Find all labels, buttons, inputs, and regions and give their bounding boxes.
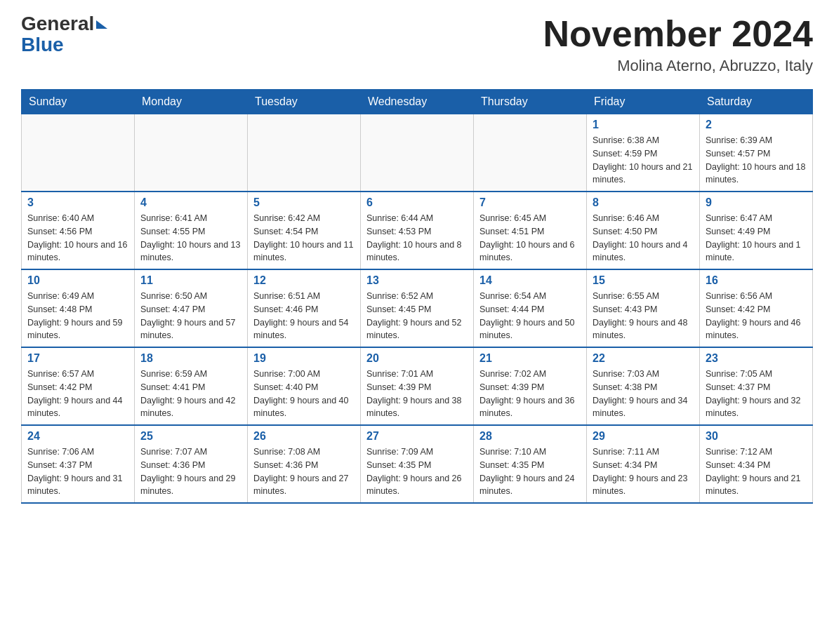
day-info: Sunrise: 7:07 AMSunset: 4:36 PMDaylight:… (140, 445, 241, 498)
calendar-cell: 17Sunrise: 6:57 AMSunset: 4:42 PMDayligh… (22, 347, 135, 425)
calendar-week-row: 3Sunrise: 6:40 AMSunset: 4:56 PMDaylight… (22, 192, 813, 269)
day-of-week-header: Thursday (474, 90, 587, 114)
title-section: November 2024 Molina Aterno, Abruzzo, It… (543, 14, 813, 75)
day-number: 17 (27, 352, 128, 365)
day-info: Sunrise: 6:49 AMSunset: 4:48 PMDaylight:… (27, 290, 128, 342)
day-number: 10 (27, 274, 128, 287)
calendar-cell: 19Sunrise: 7:00 AMSunset: 4:40 PMDayligh… (248, 347, 361, 425)
day-number: 22 (593, 352, 694, 365)
day-number: 23 (706, 352, 807, 365)
day-info: Sunrise: 6:45 AMSunset: 4:51 PMDaylight:… (479, 212, 581, 264)
day-number: 25 (140, 430, 241, 443)
day-info: Sunrise: 6:47 AMSunset: 4:49 PMDaylight:… (706, 212, 807, 264)
calendar-cell: 26Sunrise: 7:08 AMSunset: 4:36 PMDayligh… (248, 425, 361, 503)
day-number: 8 (593, 196, 694, 209)
day-number: 21 (479, 352, 581, 365)
day-info: Sunrise: 7:00 AMSunset: 4:40 PMDaylight:… (253, 368, 355, 420)
day-number: 27 (366, 430, 468, 443)
calendar-week-row: 10Sunrise: 6:49 AMSunset: 4:48 PMDayligh… (22, 269, 813, 347)
day-info: Sunrise: 6:40 AMSunset: 4:56 PMDaylight:… (27, 212, 128, 264)
day-number: 15 (593, 274, 694, 287)
day-info: Sunrise: 7:08 AMSunset: 4:36 PMDaylight:… (253, 445, 355, 498)
calendar-cell: 9Sunrise: 6:47 AMSunset: 4:49 PMDaylight… (700, 192, 813, 269)
calendar-cell: 24Sunrise: 7:06 AMSunset: 4:37 PMDayligh… (22, 425, 135, 503)
day-number: 7 (479, 196, 581, 209)
day-number: 16 (706, 274, 807, 287)
day-info: Sunrise: 6:57 AMSunset: 4:42 PMDaylight:… (27, 368, 128, 420)
calendar-body: 1Sunrise: 6:38 AMSunset: 4:59 PMDaylight… (22, 114, 813, 504)
calendar-cell: 10Sunrise: 6:49 AMSunset: 4:48 PMDayligh… (22, 269, 135, 347)
day-info: Sunrise: 6:46 AMSunset: 4:50 PMDaylight:… (593, 212, 694, 264)
day-info: Sunrise: 6:54 AMSunset: 4:44 PMDaylight:… (479, 290, 581, 342)
calendar-cell: 20Sunrise: 7:01 AMSunset: 4:39 PMDayligh… (361, 347, 474, 425)
calendar-week-row: 17Sunrise: 6:57 AMSunset: 4:42 PMDayligh… (22, 347, 813, 425)
day-info: Sunrise: 6:51 AMSunset: 4:46 PMDaylight:… (253, 290, 355, 342)
day-number: 26 (253, 430, 355, 443)
day-info: Sunrise: 6:59 AMSunset: 4:41 PMDaylight:… (140, 368, 241, 420)
day-of-week-header: Sunday (22, 90, 135, 114)
calendar-cell (248, 114, 361, 192)
calendar-cell: 28Sunrise: 7:10 AMSunset: 4:35 PMDayligh… (474, 425, 587, 503)
calendar-cell: 25Sunrise: 7:07 AMSunset: 4:36 PMDayligh… (135, 425, 248, 503)
day-number: 14 (479, 274, 581, 287)
day-info: Sunrise: 6:42 AMSunset: 4:54 PMDaylight:… (253, 212, 355, 264)
day-of-week-header: Friday (587, 90, 700, 114)
calendar-cell: 5Sunrise: 6:42 AMSunset: 4:54 PMDaylight… (248, 192, 361, 269)
day-info: Sunrise: 7:11 AMSunset: 4:34 PMDaylight:… (593, 445, 694, 498)
day-info: Sunrise: 7:09 AMSunset: 4:35 PMDaylight:… (366, 445, 468, 498)
day-info: Sunrise: 7:12 AMSunset: 4:34 PMDaylight:… (706, 445, 807, 498)
calendar-cell: 12Sunrise: 6:51 AMSunset: 4:46 PMDayligh… (248, 269, 361, 347)
calendar-cell: 15Sunrise: 6:55 AMSunset: 4:43 PMDayligh… (587, 269, 700, 347)
calendar-table: SundayMondayTuesdayWednesdayThursdayFrid… (21, 89, 813, 504)
day-number: 13 (366, 274, 468, 287)
calendar-cell: 1Sunrise: 6:38 AMSunset: 4:59 PMDaylight… (587, 114, 700, 192)
day-info: Sunrise: 6:55 AMSunset: 4:43 PMDaylight:… (593, 290, 694, 342)
calendar-cell: 30Sunrise: 7:12 AMSunset: 4:34 PMDayligh… (700, 425, 813, 503)
day-info: Sunrise: 6:41 AMSunset: 4:55 PMDaylight:… (140, 212, 241, 264)
day-info: Sunrise: 7:05 AMSunset: 4:37 PMDaylight:… (706, 368, 807, 420)
day-info: Sunrise: 6:38 AMSunset: 4:59 PMDaylight:… (593, 134, 694, 187)
day-number: 5 (253, 196, 355, 209)
day-number: 29 (593, 430, 694, 443)
days-of-week-row: SundayMondayTuesdayWednesdayThursdayFrid… (22, 90, 813, 114)
day-number: 19 (253, 352, 355, 365)
calendar-cell: 22Sunrise: 7:03 AMSunset: 4:38 PMDayligh… (587, 347, 700, 425)
logo: General Blue (21, 14, 107, 56)
month-title: November 2024 (543, 14, 813, 54)
day-info: Sunrise: 6:39 AMSunset: 4:57 PMDaylight:… (706, 134, 807, 187)
calendar-cell: 27Sunrise: 7:09 AMSunset: 4:35 PMDayligh… (361, 425, 474, 503)
logo-triangle-icon (96, 20, 107, 29)
day-of-week-header: Tuesday (248, 90, 361, 114)
calendar-week-row: 1Sunrise: 6:38 AMSunset: 4:59 PMDaylight… (22, 114, 813, 192)
day-of-week-header: Monday (135, 90, 248, 114)
calendar-cell: 7Sunrise: 6:45 AMSunset: 4:51 PMDaylight… (474, 192, 587, 269)
calendar-cell: 29Sunrise: 7:11 AMSunset: 4:34 PMDayligh… (587, 425, 700, 503)
page-header: General Blue November 2024 Molina Aterno… (21, 14, 813, 75)
calendar-cell (361, 114, 474, 192)
day-number: 12 (253, 274, 355, 287)
day-number: 6 (366, 196, 468, 209)
day-number: 24 (27, 430, 128, 443)
day-number: 28 (479, 430, 581, 443)
day-info: Sunrise: 6:44 AMSunset: 4:53 PMDaylight:… (366, 212, 468, 264)
day-info: Sunrise: 7:03 AMSunset: 4:38 PMDaylight:… (593, 368, 694, 420)
day-of-week-header: Saturday (700, 90, 813, 114)
day-number: 3 (27, 196, 128, 209)
calendar-cell: 8Sunrise: 6:46 AMSunset: 4:50 PMDaylight… (587, 192, 700, 269)
logo-blue-text: Blue (21, 34, 64, 56)
day-info: Sunrise: 6:50 AMSunset: 4:47 PMDaylight:… (140, 290, 241, 342)
calendar-cell: 13Sunrise: 6:52 AMSunset: 4:45 PMDayligh… (361, 269, 474, 347)
day-number: 1 (593, 119, 694, 131)
calendar-cell (22, 114, 135, 192)
day-number: 18 (140, 352, 241, 365)
day-number: 4 (140, 196, 241, 209)
calendar-cell: 18Sunrise: 6:59 AMSunset: 4:41 PMDayligh… (135, 347, 248, 425)
logo-general-text: General (21, 14, 94, 34)
day-number: 30 (706, 430, 807, 443)
calendar-cell (474, 114, 587, 192)
calendar-cell: 4Sunrise: 6:41 AMSunset: 4:55 PMDaylight… (135, 192, 248, 269)
day-number: 20 (366, 352, 468, 365)
day-info: Sunrise: 6:56 AMSunset: 4:42 PMDaylight:… (706, 290, 807, 342)
calendar-cell: 3Sunrise: 6:40 AMSunset: 4:56 PMDaylight… (22, 192, 135, 269)
calendar-header: SundayMondayTuesdayWednesdayThursdayFrid… (22, 90, 813, 114)
